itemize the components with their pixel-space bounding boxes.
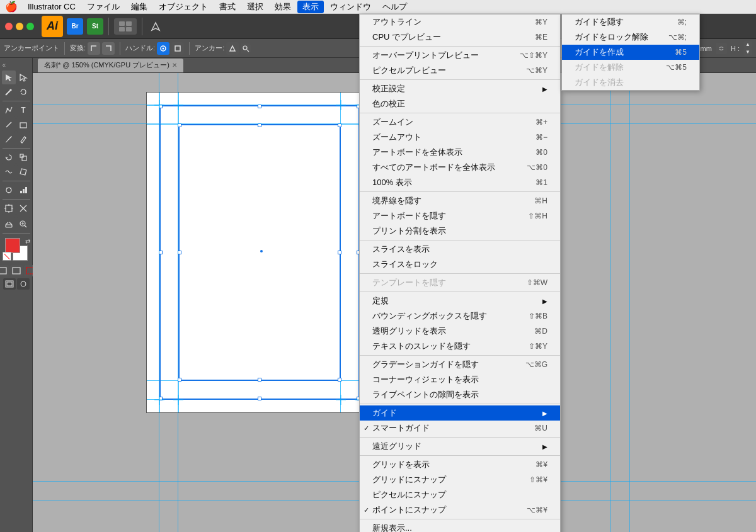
- menu-item-39[interactable]: グリッドにスナップ⇧⌘¥: [360, 472, 560, 487]
- pen-tool-icon[interactable]: [147, 18, 164, 35]
- menu-item-17[interactable]: プリント分割を表示: [360, 224, 560, 239]
- handle-bm[interactable]: [258, 397, 261, 400]
- pen-tool[interactable]: [2, 103, 16, 117]
- menu-item-38[interactable]: グリッドを表示⌘¥: [360, 457, 560, 472]
- handle-tm[interactable]: [258, 105, 261, 108]
- menu-item-10[interactable]: ズームアウト⌘−: [360, 130, 560, 145]
- menu-item-7[interactable]: 色の校正: [360, 96, 560, 111]
- swap-colors-icon[interactable]: ⇄: [25, 238, 30, 245]
- lasso-tool[interactable]: [16, 85, 30, 99]
- guide-menu-item-2[interactable]: ガイドを作成⌘5: [562, 45, 699, 60]
- menu-illustrator-cc[interactable]: Illustrator CC: [23, 1, 81, 12]
- stock-icon[interactable]: St: [87, 18, 103, 35]
- slice-tool[interactable]: [16, 201, 30, 215]
- zoom-tool[interactable]: [16, 217, 30, 231]
- foreground-color-box[interactable]: [5, 238, 20, 253]
- menu-item-1[interactable]: CPU でプレビュー⌘E: [360, 30, 560, 45]
- toolbox-collapse[interactable]: «: [3, 62, 6, 69]
- inner-handle-tm[interactable]: [258, 123, 261, 127]
- selection-tool[interactable]: [2, 71, 16, 84]
- inner-handle-bm[interactable]: [258, 378, 261, 382]
- canvas-tab-main[interactable]: 名刺* @ 150% (CMYK/GPU プレビュー) ✕: [38, 59, 183, 72]
- paintbrush-tool[interactable]: [2, 132, 16, 146]
- menu-item-12[interactable]: すべてのアートボードを全体表示⌥⌘0: [360, 160, 560, 175]
- menu-edit[interactable]: 編集: [126, 1, 152, 13]
- transform-corner-tl[interactable]: [88, 42, 100, 55]
- direct-selection-tool[interactable]: [16, 71, 30, 84]
- menu-item-0[interactable]: アウトライン⌘Y: [360, 14, 560, 30]
- menu-item-25[interactable]: バウンディングボックスを隠す⇧⌘B: [360, 308, 560, 324]
- link-dimensions-btn[interactable]: [716, 43, 727, 54]
- handle-type-btn[interactable]: [157, 42, 169, 55]
- minimize-button[interactable]: [16, 23, 23, 30]
- rotate-tool[interactable]: [2, 150, 16, 164]
- workspace-switcher[interactable]: [114, 18, 137, 35]
- menu-item-26[interactable]: 透明グリッドを表示⌘D: [360, 324, 560, 339]
- draw-inside-icon[interactable]: [3, 278, 16, 290]
- bridge-icon[interactable]: Br: [67, 18, 83, 35]
- color-selector[interactable]: ⇄: [3, 238, 30, 261]
- menu-item-9[interactable]: ズームイン⌘+: [360, 115, 560, 130]
- h2-down-arrow[interactable]: ▼: [743, 48, 752, 56]
- symbol-sprayer-tool[interactable]: [2, 183, 16, 197]
- menu-window[interactable]: ウィンドウ: [325, 1, 376, 13]
- smooth-search-btn[interactable]: [241, 43, 251, 54]
- menu-item-43[interactable]: 新規表示...: [360, 521, 560, 532]
- scale-tool[interactable]: [16, 150, 30, 164]
- inner-handle-bl[interactable]: [178, 378, 181, 382]
- normal-screen-mode[interactable]: [0, 265, 9, 276]
- line-tool[interactable]: [2, 118, 16, 132]
- anchor-type-btn[interactable]: [226, 42, 239, 55]
- close-button[interactable]: [5, 23, 13, 30]
- menu-item-20[interactable]: スライスをロック: [360, 257, 560, 272]
- h2-up-arrow[interactable]: ▲: [743, 41, 752, 48]
- type-tool[interactable]: T: [16, 103, 30, 117]
- menu-item-19[interactable]: スライスを表示: [360, 242, 560, 257]
- pencil-tool[interactable]: [16, 132, 30, 146]
- tab-close-button[interactable]: ✕: [172, 62, 177, 69]
- menu-item-11[interactable]: アートボードを全体表示⌘0: [360, 145, 560, 160]
- handle-option-btn[interactable]: [171, 42, 184, 55]
- menu-file[interactable]: ファイル: [82, 1, 125, 13]
- menu-help[interactable]: ヘルプ: [377, 1, 412, 13]
- free-transform-tool[interactable]: [16, 165, 30, 179]
- menu-item-36[interactable]: 遠近グリッド▶: [360, 439, 560, 454]
- menu-view[interactable]: 表示: [297, 1, 324, 13]
- menu-effect[interactable]: 効果: [270, 1, 296, 13]
- menu-type[interactable]: 書式: [214, 1, 241, 13]
- menu-item-34[interactable]: ✓スマートガイド⌘U: [360, 421, 560, 436]
- magic-wand-tool[interactable]: [2, 85, 16, 99]
- full-screen-with-menu[interactable]: [10, 265, 23, 276]
- none-color-box[interactable]: [3, 252, 11, 261]
- handle-ml[interactable]: [159, 251, 163, 254]
- column-graph-tool[interactable]: [16, 183, 30, 197]
- maximize-button[interactable]: [26, 23, 34, 30]
- inner-handle-ml[interactable]: [178, 251, 181, 254]
- menu-item-6[interactable]: 校正設定▶: [360, 81, 560, 96]
- inner-handle-mr[interactable]: [338, 251, 341, 254]
- menu-item-4[interactable]: ピクセルプレビュー⌥⌘Y: [360, 63, 560, 78]
- menu-item-30[interactable]: コーナーウィジェットを表示: [360, 372, 560, 387]
- rectangle-tool[interactable]: [16, 118, 30, 132]
- menu-item-24[interactable]: 定規▶: [360, 293, 560, 308]
- eraser-tool[interactable]: [2, 217, 16, 231]
- menu-item-31[interactable]: ライブペイントの隙間を表示: [360, 387, 560, 402]
- menu-item-13[interactable]: 100% 表示⌘1: [360, 175, 560, 190]
- warp-tool[interactable]: [2, 165, 16, 179]
- menu-select[interactable]: 選択: [242, 1, 268, 13]
- inner-handle-tr[interactable]: [338, 123, 341, 127]
- guide-menu-item-1[interactable]: ガイドをロック解除⌥⌘;: [562, 30, 699, 45]
- menu-item-15[interactable]: 境界線を隠す⌘H: [360, 193, 560, 208]
- menu-item-16[interactable]: アートボードを隠す⇧⌘H: [360, 208, 560, 224]
- menu-object[interactable]: オブジェクト: [154, 1, 213, 13]
- menu-item-41[interactable]: ✓ポイントにスナップ⌥⌘¥: [360, 502, 560, 518]
- transform-corner-tr[interactable]: [102, 42, 115, 55]
- change-screen-mode-icon[interactable]: [17, 278, 30, 290]
- inner-handle-br[interactable]: [338, 378, 341, 382]
- apple-menu[interactable]: 🍎: [5, 1, 18, 13]
- menu-item-29[interactable]: グラデーションガイドを隠す⌥⌘G: [360, 357, 560, 372]
- menu-item-33[interactable]: ガイド▶: [360, 405, 560, 421]
- guide-menu-item-0[interactable]: ガイドを隠す⌘;: [562, 14, 699, 30]
- menu-item-27[interactable]: テキストのスレッドを隠す⇧⌘Y: [360, 339, 560, 354]
- inner-handle-tl[interactable]: [178, 123, 181, 127]
